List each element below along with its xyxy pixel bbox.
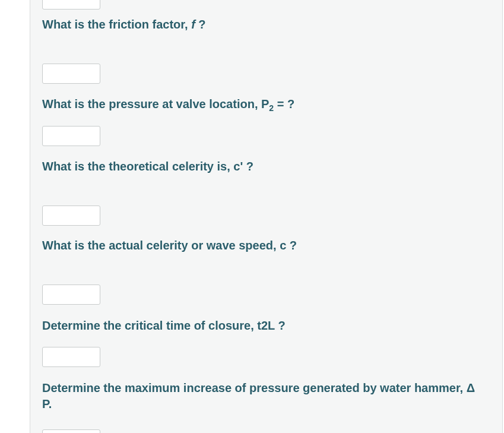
question-text: What is the actual celerity or wave spee… [42, 239, 297, 252]
page-wrap: What is the friction factor, f ? What is… [0, 0, 504, 433]
answer-input-friction-factor[interactable] [42, 64, 100, 84]
question-text: What is the friction factor, [42, 18, 191, 31]
answer-input-theoretical-celerity[interactable] [42, 206, 100, 226]
answer-input-max-pressure-increase[interactable] [42, 429, 100, 433]
question-friction-factor: What is the friction factor, f ? [42, 17, 478, 33]
answer-input-prev[interactable] [42, 0, 100, 10]
question-text: = ? [274, 97, 294, 110]
answer-input-critical-time[interactable] [42, 347, 100, 367]
question-panel: What is the friction factor, f ? What is… [30, 0, 503, 433]
question-actual-celerity: What is the actual celerity or wave spee… [42, 238, 478, 254]
question-variable-f: f [191, 18, 195, 31]
question-text: Determine the critical time of closure, … [42, 319, 286, 332]
answer-input-pressure-p2[interactable] [42, 126, 100, 146]
answer-input-actual-celerity[interactable] [42, 285, 100, 305]
question-text: ? [195, 18, 206, 31]
question-pressure-p2: What is the pressure at valve location, … [42, 96, 478, 114]
question-critical-time: Determine the critical time of closure, … [42, 318, 478, 334]
question-theoretical-celerity: What is the theoretical celerity is, c' … [42, 159, 478, 175]
question-max-pressure-increase: Determine the maximum increase of pressu… [42, 380, 478, 412]
question-text: Determine the maximum increase of pressu… [42, 381, 475, 410]
question-text: What is the theoretical celerity is, c' … [42, 160, 253, 173]
subscript-2: 2 [269, 103, 274, 113]
question-text: What is the pressure at valve location, … [42, 97, 269, 110]
